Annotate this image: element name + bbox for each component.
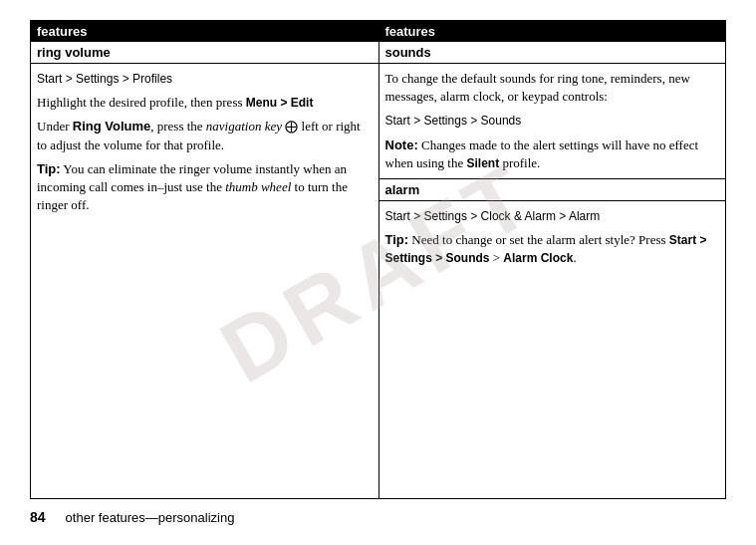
right-sounds-nav: Start > Settings > Sounds [385, 112, 720, 130]
left-tip: Tip: You can eliminate the ringer volume… [37, 160, 373, 215]
menu-edit-label: Menu > Edit [246, 96, 314, 110]
nav-key-icon: ⨁ [285, 119, 298, 134]
footer-text: other features—personalizing [66, 510, 235, 525]
sounds-nav-path: Start > Settings > Sounds [385, 114, 522, 128]
right-alarm-nav: Start > Settings > Clock & Alarm > Alarm [385, 207, 720, 225]
left-body-highlight: Highlight the desired profile, then pres… [37, 94, 373, 112]
tip-label-right: Tip: [385, 232, 409, 247]
right-section2-header: alarm [379, 179, 726, 201]
left-column: features ring volume Start > Settings > … [30, 20, 378, 499]
main-content: features ring volume Start > Settings > … [30, 20, 726, 499]
nav-key-italic: navigation key [206, 119, 282, 134]
silent-label: Silent [466, 156, 499, 170]
tip-label-left: Tip: [37, 161, 61, 176]
left-section-body: Start > Settings > Profiles Highlight th… [31, 64, 378, 220]
thumb-wheel-italic: thumb wheel [225, 179, 291, 194]
right-section2-body: Start > Settings > Clock & Alarm > Alarm… [379, 201, 726, 274]
note-label: Note: [385, 137, 418, 152]
footer: 84 other features—personalizing [30, 509, 726, 525]
right-column: features sounds To change the default so… [378, 20, 727, 499]
ring-volume-label: Ring Volume [73, 119, 150, 134]
alarm-clock-label: Alarm Clock [503, 251, 573, 265]
alarm-nav-path: Start > Settings > Clock & Alarm > Alarm [385, 209, 601, 223]
right-section1-body: To change the default sounds for ring to… [379, 64, 726, 178]
left-table-header: features [31, 21, 378, 42]
right-section1-header: sounds [379, 42, 726, 64]
right-sounds-intro: To change the default sounds for ring to… [385, 70, 720, 106]
page-container: features ring volume Start > Settings > … [0, 0, 756, 545]
left-nav-path-1: Start > Settings > Profiles [37, 70, 373, 88]
right-note: Note: Changes made to the alert settings… [385, 136, 720, 172]
left-section-header: ring volume [31, 42, 378, 64]
left-body-ring-volume: Under Ring Volume, press the navigation … [37, 118, 373, 153]
page-number: 84 [30, 509, 46, 525]
right-table-header: features [379, 21, 726, 42]
right-alarm-tip: Tip: Need to change or set the alarm ale… [385, 231, 720, 267]
